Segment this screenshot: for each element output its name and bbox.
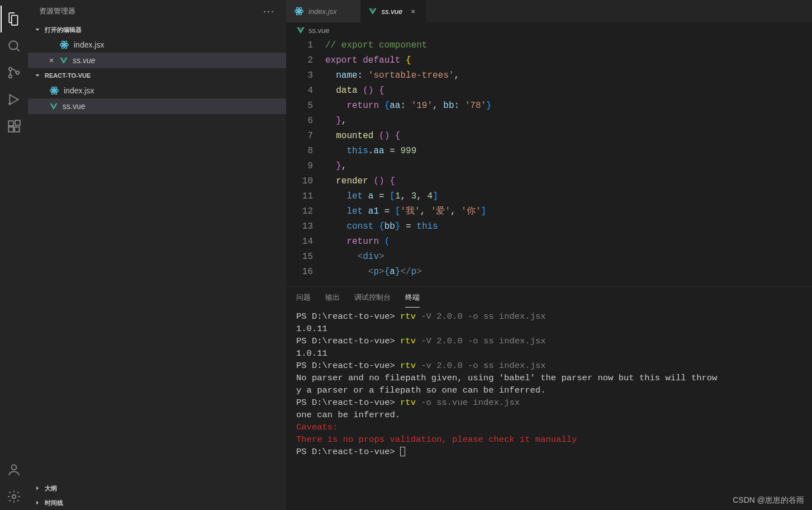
svg-point-9 [12,465,17,470]
chevron-down-icon [34,26,41,34]
vue-icon [59,56,68,65]
svg-point-1 [9,68,12,70]
panel-tab[interactable]: 终端 [405,288,420,308]
react-icon [294,6,304,16]
file-name: ss.vue [63,102,85,111]
sidebar-title: 资源管理器 ··· [28,0,286,22]
vue-icon [49,102,58,111]
svg-point-10 [12,495,16,499]
vue-icon [296,26,305,35]
tab-label: ss.vue [382,7,403,16]
extensions-icon[interactable] [1,113,27,140]
explorer-icon[interactable] [1,6,27,32]
svg-point-4 [8,102,11,105]
more-icon[interactable]: ··· [263,6,275,17]
timeline-section[interactable]: 时间线 [28,495,286,510]
vue-icon [368,7,377,16]
explorer-sidebar: 资源管理器 ··· 打开的编辑器 index.jsx×ss.vue REACT-… [28,0,286,510]
project-section[interactable]: REACT-TO-VUE [28,68,286,83]
panel-tab[interactable]: 输出 [325,288,340,307]
account-icon[interactable] [1,456,27,483]
breadcrumb[interactable]: ss.vue [286,22,812,38]
open-editor-item[interactable]: ×ss.vue [28,53,286,68]
file-name: index.jsx [74,40,104,49]
svg-point-11 [64,44,65,46]
chevron-down-icon [34,72,41,79]
settings-gear-icon[interactable] [1,483,27,510]
run-debug-icon[interactable] [1,86,27,113]
terminal-output[interactable]: PS D:\react-to-vue> rtv -V 2.0.0 -o ss i… [286,308,812,510]
outline-section[interactable]: 大纲 [28,481,286,495]
svg-point-15 [54,90,55,92]
editor-group: index.jsxss.vue× ss.vue 1234567891011121… [286,0,812,510]
file-item[interactable]: ss.vue [28,98,286,114]
search-icon[interactable] [1,32,27,59]
react-icon [59,40,69,50]
close-icon[interactable]: × [46,56,57,65]
activity-bar [0,0,28,510]
file-name: ss.vue [73,56,95,65]
svg-point-2 [9,75,12,78]
svg-rect-6 [8,127,13,132]
code-editor[interactable]: 12345678910111213141516 // export compon… [286,38,812,286]
chevron-right-icon [34,484,41,492]
panel-tab[interactable]: 调试控制台 [354,288,391,307]
editor-tab[interactable]: index.jsx [286,0,360,22]
tab-label: index.jsx [308,7,337,16]
svg-rect-7 [15,127,20,132]
editor-tabs: index.jsxss.vue× [286,0,812,22]
open-editors-section[interactable]: 打开的编辑器 [28,22,286,37]
panel-tabs: 问题输出调试控制台终端 [286,287,812,308]
source-control-icon[interactable] [1,59,27,86]
editor-tab[interactable]: ss.vue× [360,0,426,22]
svg-rect-5 [8,121,13,126]
react-icon [49,86,59,96]
open-editor-item[interactable]: index.jsx [28,37,286,53]
svg-rect-8 [15,120,20,125]
file-name: index.jsx [64,86,94,95]
watermark: CSDN @崽崽的谷雨 [733,495,804,506]
svg-point-0 [9,41,17,49]
file-item[interactable]: index.jsx [28,83,286,98]
chevron-right-icon [34,499,41,507]
close-icon[interactable]: × [408,7,418,16]
bottom-panel: 问题输出调试控制台终端 PS D:\react-to-vue> rtv -V 2… [286,286,812,510]
panel-tab[interactable]: 问题 [296,288,311,307]
svg-point-3 [16,71,19,74]
svg-point-19 [298,11,300,12]
